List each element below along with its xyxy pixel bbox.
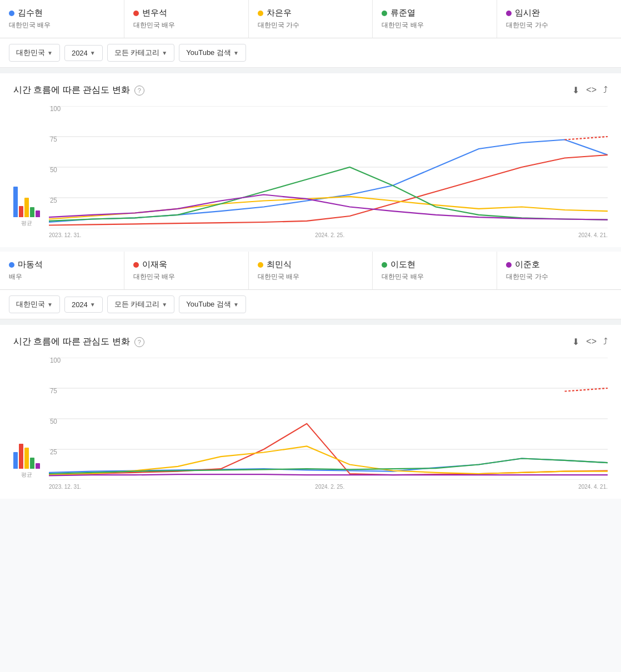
filter-row-1: 대한민국▼2024▼모든 카테고리▼YouTube 검색▼	[0, 38, 621, 68]
person-dot-0	[9, 11, 14, 16]
download-icon[interactable]: ⬇	[572, 85, 579, 96]
filter-btn-year1[interactable]: 2024▼	[64, 45, 103, 61]
chart-actions: ⬇ <> ⤴	[572, 85, 608, 96]
person-name-3: 류준열	[382, 8, 488, 18]
chevron-down-icon: ▼	[162, 302, 167, 308]
filter-btn-cat2[interactable]: 모든 카테고리▼	[107, 295, 175, 313]
filter-btn-region2[interactable]: 대한민국▼	[9, 295, 60, 313]
download-icon[interactable]: ⬇	[572, 337, 579, 347]
svg-text:100: 100	[50, 106, 61, 113]
svg-text:50: 50	[50, 417, 57, 425]
bar-group	[13, 184, 40, 217]
share-icon[interactable]: ⤴	[603, 85, 608, 96]
chevron-down-icon: ▼	[47, 50, 53, 56]
bar-2	[24, 198, 29, 217]
person-dot-2	[258, 262, 263, 268]
bar-1	[19, 444, 23, 469]
bar-2	[24, 448, 29, 469]
person-card-0[interactable]: 김수현 대한민국 배우	[0, 0, 124, 38]
person-card-1[interactable]: 변우석 대한민국 배우	[124, 0, 249, 38]
svg-text:50: 50	[50, 166, 57, 174]
svg-text:75: 75	[50, 135, 57, 143]
persons-row-1: 김수현 대한민국 배우 변우석 대한민국 배우 차은우 대한민국 가수 류준열 …	[0, 0, 621, 38]
chart-svg-wrapper: 1007550252023. 12. 31.2024. 2. 25.2024. …	[49, 106, 608, 238]
filter-row-2: 대한민국▼2024▼모든 카테고리▼YouTube 검색▼	[0, 290, 621, 319]
embed-icon[interactable]: <>	[586, 337, 597, 347]
person-dot-3	[382, 11, 387, 16]
bar-group	[13, 435, 40, 469]
filter-btn-cat1[interactable]: 모든 카테고리▼	[107, 44, 175, 62]
separator-2	[0, 319, 621, 325]
person-dot-1	[133, 11, 139, 16]
person-card-4[interactable]: 임시완 대한민국 가수	[497, 0, 621, 38]
chart-line-dashed	[565, 137, 608, 140]
chevron-down-icon: ▼	[90, 50, 96, 56]
bar-1	[19, 206, 23, 217]
x-labels: 2023. 12. 31.2024. 2. 25.2024. 4. 21.	[49, 484, 608, 490]
embed-icon[interactable]: <>	[586, 85, 597, 96]
person-name-1: 이재욱	[133, 259, 239, 270]
person-card-2[interactable]: 차은우 대한민국 가수	[249, 0, 373, 38]
chevron-down-icon: ▼	[233, 302, 239, 308]
person-dot-3	[382, 262, 387, 268]
person-desc-4: 대한민국 가수	[506, 272, 612, 282]
person-name-4: 이준호	[506, 259, 612, 270]
person-dot-2	[258, 11, 263, 16]
person-dot-4	[506, 11, 512, 16]
bar-4	[36, 463, 40, 469]
filter-btn-src1[interactable]: YouTube 검색▼	[179, 44, 246, 62]
person-name-2: 차은우	[258, 8, 364, 18]
person-name-1: 변우석	[133, 8, 239, 18]
chart-line-4	[49, 474, 608, 475]
person-card-3[interactable]: 이도현 대한민국 배우	[373, 252, 497, 289]
filter-btn-src2[interactable]: YouTube 검색▼	[179, 295, 246, 313]
person-desc-1: 대한민국 배우	[133, 21, 239, 30]
chart-line-3	[49, 459, 608, 474]
filter-btn-year2[interactable]: 2024▼	[64, 297, 103, 313]
help-icon[interactable]: ?	[134, 337, 144, 347]
persons-row-2: 마동석 배우 이재욱 대한민국 배우 최민식 대한민국 배우 이도현 대한민국 …	[0, 252, 621, 290]
filter-btn-region1[interactable]: 대한민국▼	[9, 44, 60, 62]
x-labels: 2023. 12. 31.2024. 2. 25.2024. 4. 21.	[49, 232, 608, 238]
chart-area: 평균1007550252023. 12. 31.2024. 2. 25.2024…	[13, 105, 608, 238]
help-icon[interactable]: ?	[134, 86, 144, 96]
chart-legend-bar: 평균	[13, 435, 40, 490]
svg-text:75: 75	[50, 387, 57, 395]
chart-line-2	[49, 197, 608, 219]
person-desc-3: 대한민국 배우	[382, 272, 488, 282]
share-icon[interactable]: ⤴	[603, 337, 608, 347]
person-name-2: 최민식	[258, 259, 364, 270]
person-name-0: 김수현	[9, 8, 115, 18]
person-desc-2: 대한민국 가수	[258, 21, 364, 30]
person-card-0[interactable]: 마동석 배우	[0, 252, 124, 289]
chevron-down-icon: ▼	[162, 50, 167, 56]
person-dot-4	[506, 262, 512, 268]
legend-label: 평균	[21, 219, 32, 227]
person-card-2[interactable]: 최민식 대한민국 배우	[249, 252, 373, 289]
bar-3	[30, 207, 34, 217]
person-card-1[interactable]: 이재욱 대한민국 배우	[124, 252, 249, 289]
chart-section-1: 시간 흐름에 따른 관심도 변화 ? ⬇ <> ⤴ 평균100755025202…	[0, 73, 621, 247]
chart-title: 시간 흐름에 따른 관심도 변화 ?	[13, 84, 144, 96]
chevron-down-icon: ▼	[90, 302, 96, 308]
person-dot-1	[133, 262, 139, 268]
person-desc-4: 대한민국 가수	[506, 21, 612, 30]
person-name-0: 마동석	[9, 259, 115, 270]
bar-0	[13, 452, 18, 469]
chart-legend-bar: 평균	[13, 184, 40, 238]
chart-svg-wrapper: 1007550252023. 12. 31.2024. 2. 25.2024. …	[49, 358, 608, 490]
chart-svg: 100755025	[49, 358, 608, 480]
chart-actions: ⬇ <> ⤴	[572, 337, 608, 347]
chart-section-2: 시간 흐름에 따른 관심도 변화 ? ⬇ <> ⤴ 평균100755025202…	[0, 325, 621, 499]
bar-4	[36, 210, 40, 217]
person-card-3[interactable]: 류준열 대한민국 배우	[373, 0, 497, 38]
chevron-down-icon: ▼	[47, 302, 53, 308]
person-name-3: 이도현	[382, 259, 488, 270]
chart-svg: 100755025	[49, 106, 608, 228]
bar-3	[30, 458, 34, 469]
person-card-4[interactable]: 이준호 대한민국 가수	[497, 252, 621, 289]
chart-line-0	[49, 140, 608, 223]
person-desc-3: 대한민국 배우	[382, 21, 488, 30]
chart-line-1	[49, 155, 608, 225]
person-desc-0: 대한민국 배우	[9, 21, 115, 30]
